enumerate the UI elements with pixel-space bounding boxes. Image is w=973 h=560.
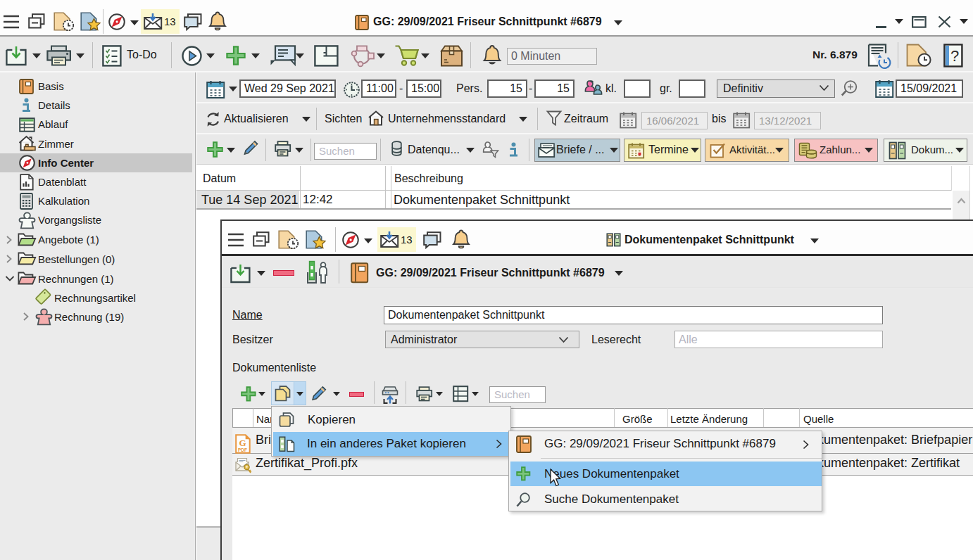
svg-text:PDF: PDF [238, 447, 247, 452]
